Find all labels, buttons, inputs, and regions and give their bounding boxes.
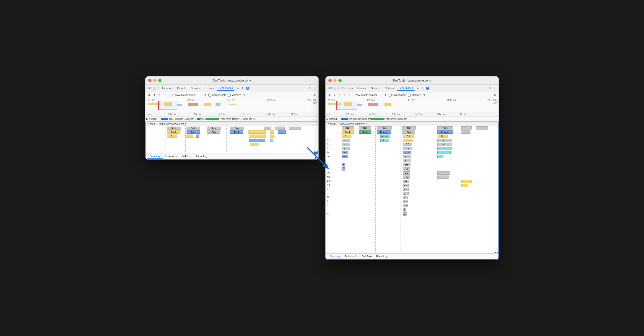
right-record-icon[interactable]: ⏺ bbox=[328, 93, 331, 97]
left-red-dashed bbox=[246, 126, 246, 153]
right-network-row: ▶ Network gen gen client g hpba (www... … bbox=[326, 117, 498, 122]
right-tab-sources[interactable]: Sources bbox=[369, 86, 382, 90]
left-capture-icon[interactable]: ⊡ bbox=[242, 93, 246, 97]
right-label-bla: Bla bbox=[327, 180, 330, 182]
left-tab-sources[interactable]: Sources bbox=[189, 86, 202, 90]
right-tab-eventlog[interactable]: Event Log bbox=[374, 254, 390, 259]
right-tab-network[interactable]: Network bbox=[383, 86, 396, 90]
left-settings2-icon[interactable]: ⚙ bbox=[313, 93, 316, 97]
left-min-btn[interactable] bbox=[153, 79, 156, 82]
left-main-header: ▼ Main — https://www.google.com/ bbox=[146, 122, 318, 126]
arrow-svg bbox=[305, 145, 332, 172]
left-cursor-icon[interactable]: ⌨ bbox=[147, 86, 152, 90]
left-screenshots-check[interactable]: Screenshots bbox=[208, 94, 226, 97]
left-tab-console[interactable]: Console bbox=[175, 86, 188, 90]
right-tab-elements[interactable]: Elements bbox=[340, 86, 354, 90]
right-memory-check[interactable]: Memory bbox=[408, 94, 421, 97]
right-tab-summary[interactable]: Summary bbox=[328, 254, 343, 259]
right-row-20: t...r bbox=[326, 204, 498, 208]
right-device-icon[interactable]: ⬜ bbox=[332, 86, 336, 90]
left-eval-block-1: Ev...t bbox=[186, 131, 200, 134]
left-tab-bottomup[interactable]: Bottom-Up bbox=[162, 154, 179, 159]
right-dashed-2 bbox=[357, 126, 357, 253]
right-close-btn[interactable] bbox=[328, 79, 332, 82]
left-memory-checkbox[interactable] bbox=[228, 94, 230, 97]
right-more-tabs[interactable]: >> bbox=[416, 86, 420, 90]
left-blue-small bbox=[278, 131, 286, 134]
left-tab-calltree[interactable]: Call Tree bbox=[179, 154, 194, 159]
left-tab-summary[interactable]: Summary bbox=[147, 154, 162, 159]
right-capture-icon[interactable]: ⊡ bbox=[422, 93, 426, 97]
left-more-tabs[interactable]: >> bbox=[236, 86, 240, 90]
left-refresh-icon[interactable]: ↺ bbox=[152, 93, 156, 97]
right-row-22: A... bbox=[326, 212, 498, 216]
left-more-icon[interactable]: ⋮ bbox=[312, 86, 316, 90]
right-upload-icon[interactable]: ↑ bbox=[342, 93, 346, 97]
left-tab-eventlog[interactable]: Event Log bbox=[194, 154, 210, 159]
left-tab-network[interactable]: Network bbox=[203, 86, 216, 90]
arrow-container bbox=[305, 145, 332, 173]
left-device-icon[interactable]: ⬜ bbox=[152, 86, 156, 90]
right-row-21: d bbox=[326, 208, 498, 212]
left-close-btn[interactable] bbox=[148, 79, 152, 82]
left-settings-icon[interactable]: ⚙ bbox=[308, 86, 312, 90]
left-url-arrow-icon[interactable]: ▼ bbox=[204, 93, 207, 97]
left-task-3: Task bbox=[207, 127, 221, 130]
right-screenshots-checkbox[interactable] bbox=[388, 94, 392, 97]
left-max-btn[interactable] bbox=[158, 79, 162, 82]
left-main-section-wrapper: ▼ Main — https://www.google.com/ Task Ta… bbox=[146, 122, 318, 160]
right-clear-icon[interactable]: ⊘ bbox=[338, 93, 341, 97]
right-messages-badge: 💬 1 bbox=[422, 87, 430, 90]
right-main-header: ▼ Main — https://www.google.com/ bbox=[326, 122, 498, 126]
right-more-icon[interactable]: ⋮ bbox=[492, 86, 497, 90]
right-cursor-icon[interactable]: ⌨ bbox=[328, 86, 332, 90]
right-tab-calltree[interactable]: Call Tree bbox=[360, 254, 374, 259]
right-dashed-4 bbox=[400, 126, 400, 253]
right-max-btn[interactable] bbox=[338, 79, 342, 82]
right-label-N: N... bbox=[327, 196, 331, 198]
left-net-label: NET bbox=[313, 102, 318, 104]
right-refresh-icon[interactable]: ↺ bbox=[332, 93, 336, 97]
right-window-controls[interactable] bbox=[328, 79, 342, 82]
left-yellow-3a bbox=[186, 135, 193, 138]
right-tab-console[interactable]: Console bbox=[356, 86, 368, 90]
right-label-A: A... bbox=[327, 212, 330, 215]
left-record-icon[interactable]: ⏺ bbox=[147, 93, 151, 97]
right-min-btn[interactable] bbox=[334, 79, 336, 82]
right-download-icon[interactable]: ↓ bbox=[348, 93, 351, 97]
left-upload-icon[interactable]: ↑ bbox=[162, 93, 166, 97]
left-memory-check[interactable]: Memory bbox=[228, 94, 240, 97]
right-row-6: (...) z...e bbox=[326, 147, 498, 151]
left-task-1: Task bbox=[167, 127, 181, 130]
left-flame-row-4 bbox=[146, 139, 318, 142]
svg-line-8 bbox=[307, 148, 328, 168]
right-label-paren1: (...) bbox=[327, 139, 330, 141]
left-clear-icon[interactable]: ⊘ bbox=[157, 93, 161, 97]
left-selection-range bbox=[159, 101, 177, 110]
right-tab-performance[interactable]: Performance bbox=[397, 86, 415, 91]
right-screenshots-check[interactable]: Screenshots bbox=[388, 94, 406, 97]
left-time-markers: ms 247 ms 297 ms 347 ms 397 ms 447 ms 49… bbox=[146, 112, 318, 117]
left-tab-performance[interactable]: Performance bbox=[217, 86, 235, 91]
left-window-controls[interactable] bbox=[148, 79, 162, 82]
right-row-ea: ea (...) bbox=[326, 155, 498, 159]
right-settings2-icon[interactable]: ⚙ bbox=[493, 93, 497, 97]
right-tab-bottomup[interactable]: Bottom-Up bbox=[343, 254, 360, 259]
right-row-11: (...) bbox=[326, 167, 498, 171]
left-screenshots-checkbox[interactable] bbox=[208, 94, 212, 97]
left-net-bar-2 bbox=[175, 118, 180, 120]
right-label-X: X... bbox=[327, 200, 330, 203]
right-flame-chart[interactable]: Task Task Task Task Task Pa...L C...t Ev… bbox=[326, 126, 498, 253]
right-row-p: p zla bbox=[326, 163, 498, 167]
svg-rect-5 bbox=[216, 103, 220, 106]
left-flame-chart[interactable]: Task Task Task Task Pa...L Ev...t Task E… bbox=[146, 126, 318, 153]
left-flame-row-2: Pa...L Ev...t Task Ev...t bbox=[146, 131, 318, 134]
right-label-kla: Kla bbox=[327, 184, 330, 186]
right-dashed-1 bbox=[340, 126, 340, 253]
left-yellow-5 bbox=[250, 143, 259, 146]
right-settings-icon[interactable]: ⚙ bbox=[488, 86, 492, 90]
left-download-icon[interactable]: ↓ bbox=[168, 93, 171, 97]
left-tab-elements[interactable]: Elements bbox=[160, 86, 174, 90]
right-url-arrow-icon[interactable]: ▼ bbox=[384, 93, 387, 97]
right-memory-checkbox[interactable] bbox=[408, 94, 411, 97]
